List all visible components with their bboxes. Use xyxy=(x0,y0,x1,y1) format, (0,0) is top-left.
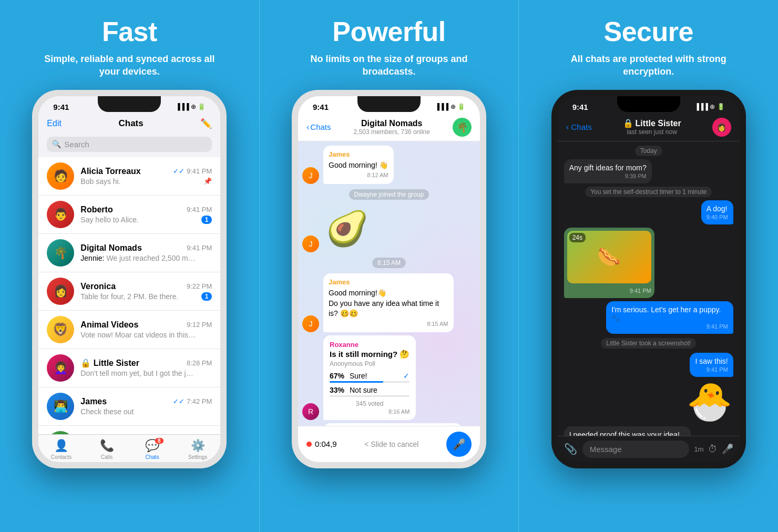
chat-item-nomads[interactable]: 🌴 Digital Nomads 9:41 PM Jennie: We just… xyxy=(38,234,220,272)
poll-bar-sure xyxy=(330,381,383,383)
video-timer: 24s xyxy=(569,233,586,242)
avatar-roberto: 👨 xyxy=(47,201,74,228)
sticker-row: J 🥑 xyxy=(302,205,476,252)
poll-bubble: Roxanne Is it still morning? 🤔 Anonymous… xyxy=(323,335,416,420)
dark-avatar: 👩 xyxy=(712,118,731,137)
msg-time-james-2: 8:15 AM xyxy=(329,320,448,328)
bottom-tabs: 👤 Contacts 📞 Calls 💬 8 Chats ⚙️ Set xyxy=(38,434,220,462)
main-container: Fast Simple, reliable and synced across … xyxy=(0,0,778,532)
chat-item-sister[interactable]: 👩‍🦱 🔒 Little Sister 8:28 PM Don't tell m… xyxy=(38,349,220,387)
timer-icon[interactable]: ⏱ xyxy=(708,444,718,455)
panel-powerful: Powerful No limits on the size of groups… xyxy=(260,0,519,532)
calls-icon: 📞 xyxy=(100,439,114,453)
chat-preview-sister: Don't tell mom yet, but I got the job! I… xyxy=(80,369,196,377)
group-avatar: 🌴 xyxy=(453,118,472,137)
chat-name-james: James xyxy=(80,397,107,406)
msg-time-james-1: 8:12 AM xyxy=(329,171,388,179)
tab-settings[interactable]: ⚙️ Settings xyxy=(175,439,221,460)
panel-fast-title: Fast xyxy=(102,16,157,47)
time-1: 9:41 xyxy=(53,103,69,111)
panel-secure: Secure All chats are protected with stro… xyxy=(519,0,778,532)
chat-time-sister: 8:28 PM xyxy=(187,359,212,367)
timer-label: 1m xyxy=(694,445,704,453)
msg-sender-james-1: James xyxy=(329,150,388,159)
tab-calls[interactable]: 📞 Calls xyxy=(84,439,130,460)
edit-button[interactable]: Edit xyxy=(47,119,62,128)
dark-header: ‹ Chats 🔒 Little Sister last seen just n… xyxy=(558,114,740,141)
avatar-roxanne-poll: R xyxy=(302,403,319,420)
poll-sender: Roxanne xyxy=(330,341,410,349)
phone-2: 9:41 ▐▐▐ ⊕ 🔋 ‹ Chats Digital Nomads 2,50… xyxy=(292,90,486,468)
tab-contacts[interactable]: 👤 Contacts xyxy=(38,439,84,460)
video-time: 9:41 PM xyxy=(630,288,651,294)
search-inner[interactable]: 🔍 Search xyxy=(47,137,212,152)
chat-time-roberto: 9:41 PM xyxy=(187,206,212,213)
status-icons-3: ▐▐▐ ⊕ 🔋 xyxy=(694,103,724,110)
msg-james-2: James Good morning!👋Do you have any idea… xyxy=(323,273,454,332)
msg-serious: I'm serious. Let's get her a puppy. 🐾 9:… xyxy=(606,301,733,334)
status-icons-1: ▐▐▐ ⊕ 🔋 xyxy=(176,103,206,110)
panel-fast-subtitle: Simple, reliable and synced across all y… xyxy=(43,53,216,78)
tab-chats-label: Chats xyxy=(146,454,159,460)
settings-icon: ⚙️ xyxy=(191,439,205,453)
chat-item-veronica[interactable]: 👩 Veronica 9:22 PM Table for four, 2 PM.… xyxy=(38,272,220,311)
panel-secure-title: Secure xyxy=(603,16,693,47)
phone-3-notch xyxy=(617,96,680,112)
chat-name-roberto: Roberto xyxy=(80,205,112,214)
avatar-alicia: 🧑 xyxy=(47,162,74,190)
phone-1-screen: 9:41 ▐▐▐ ⊕ 🔋 Edit Chats ✏️ 🔍 Search xyxy=(38,96,220,462)
chat-time-james: 7:42 PM xyxy=(187,397,212,405)
chat-preview-roberto: Say hello to Alice. xyxy=(80,216,139,224)
msg-row-james-1: J James Good morning! 👋 8:12 AM xyxy=(302,146,476,184)
message-input[interactable]: Message xyxy=(582,441,689,458)
mic-button[interactable]: 🎤 xyxy=(446,432,472,457)
contact-status: last seen just now xyxy=(596,128,708,136)
tab-settings-label: Settings xyxy=(188,454,207,460)
chat-preview-alicia: Bob says hi. xyxy=(80,177,120,186)
double-check-james: ✓✓ xyxy=(173,397,185,405)
sticker-chick: 🐣 xyxy=(686,380,733,423)
back-button-2[interactable]: ‹ Chats xyxy=(306,122,331,132)
chat-item-james[interactable]: 👨‍💻 James ✓✓ 7:42 PM Check these out xyxy=(38,387,220,426)
tab-chats[interactable]: 💬 8 Chats xyxy=(129,439,175,460)
avatar-james-msg: J xyxy=(302,167,319,184)
back-button-3[interactable]: ‹ Chats xyxy=(566,122,592,132)
time-3: 9:41 xyxy=(572,103,588,111)
panel-powerful-title: Powerful xyxy=(332,16,446,47)
badge-veronica: 1 xyxy=(201,292,212,301)
dark-header-info: 🔒 Little Sister last seen just now xyxy=(596,118,708,136)
chat-item-animal[interactable]: 🦁 Animal Videos 9:12 PM Vote now! Moar c… xyxy=(38,311,220,349)
recording-time: 0:04,9 xyxy=(315,439,337,448)
chat-preview-veronica: Table for four, 2 PM. Be there. xyxy=(80,292,178,301)
msg-time-saw: 9:41 PM xyxy=(695,366,728,373)
phone-2-screen: 9:41 ▐▐▐ ⊕ 🔋 ‹ Chats Digital Nomads 2,50… xyxy=(298,96,480,462)
poll-label-notsure: Not sure xyxy=(350,386,410,394)
screenshot-notice: Little Sister took a screenshot! xyxy=(601,338,696,349)
search-icon: 🔍 xyxy=(52,140,61,148)
poll-question: Is it still morning? 🤔 xyxy=(330,350,410,359)
mic-icon[interactable]: 🎤 xyxy=(722,443,733,455)
poll-option-notsure: 33% Not sure xyxy=(330,386,410,397)
voice-row: E Emma ▶ xyxy=(302,423,476,425)
chat-item-study[interactable]: 🦉 Study Group 7:36 PM Emma xyxy=(38,426,220,434)
avatar-james-msg2: J xyxy=(302,315,319,332)
back-chevron-icon: ‹ xyxy=(306,122,309,132)
chat-preview-james: Check these out xyxy=(80,407,134,416)
chat-item-roberto[interactable]: 👨 Roberto 9:41 PM Say hello to Alice. 1 xyxy=(38,196,220,234)
avatar-veronica: 👩 xyxy=(47,278,74,305)
msg-time-gift: 9:39 PM xyxy=(569,173,647,179)
attach-icon[interactable]: 📎 xyxy=(564,443,577,455)
contact-name: Little Sister xyxy=(636,119,681,128)
poll-check-sure: ✓ xyxy=(403,372,410,380)
msg-saw: I saw this! 9:41 PM xyxy=(690,353,733,377)
chat-name-sister: 🔒 Little Sister xyxy=(80,358,139,368)
dark-input-bar: 📎 Message 1m ⏱ 🎤 xyxy=(558,436,740,462)
chats-title: Chats xyxy=(119,118,144,129)
poll-label-sure: Sure! xyxy=(350,372,400,380)
msg-time-serious: 9:41 PM xyxy=(611,323,728,330)
compose-icon[interactable]: ✏️ xyxy=(200,118,212,129)
chat-item-alicia[interactable]: 🧑 Alicia Torreaux ✓✓ 9:41 PM Bob says h xyxy=(38,157,220,196)
msg-james-1: James Good morning! 👋 8:12 AM xyxy=(323,146,394,184)
chat-list: 🧑 Alicia Torreaux ✓✓ 9:41 PM Bob says h xyxy=(38,157,220,434)
chat-name-nomads: Digital Nomads xyxy=(80,243,141,253)
